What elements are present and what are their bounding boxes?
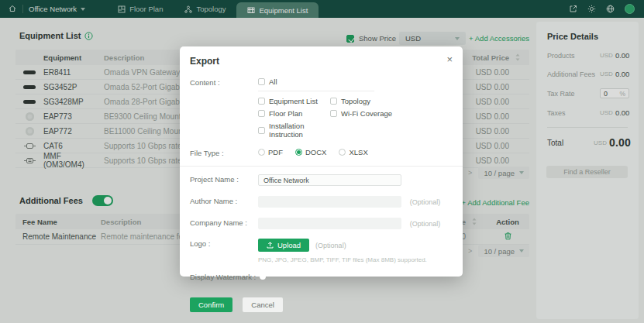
company-name-label: Company Name : <box>190 218 258 227</box>
company-name-input[interactable] <box>258 218 401 229</box>
radio-label: PDF <box>268 148 283 156</box>
content-label: Content : <box>190 77 258 87</box>
logo-label: Logo : <box>190 239 258 248</box>
watermark-label: Display Watermark : <box>190 272 258 281</box>
checkbox-equipment-list[interactable]: Equipment List <box>258 97 330 105</box>
file-type-label: File Type : <box>190 148 258 157</box>
app-window: Office Network Floor Plan Topology Equip… <box>0 0 644 323</box>
equipment-list-checkbox[interactable] <box>258 98 265 105</box>
close-icon[interactable]: × <box>446 53 453 65</box>
pdf-radio[interactable] <box>258 149 265 156</box>
option-label: Installation Instruction <box>269 122 330 139</box>
floor-plan-checkbox[interactable] <box>258 110 265 117</box>
project-name-label: Project Name : <box>190 174 258 184</box>
modal-title: Export <box>190 56 452 67</box>
option-label: Topology <box>341 97 370 105</box>
confirm-button[interactable]: Confirm <box>190 297 232 312</box>
radio-xlsx[interactable]: XLSX <box>339 148 367 156</box>
logo-optional-hint: (Optional) <box>315 242 346 249</box>
author-name-label: Author Name : <box>190 196 258 205</box>
checkbox-all[interactable]: All <box>258 77 452 86</box>
divider <box>258 91 374 91</box>
export-modal: Export × Content : All Equipment List <box>180 46 463 277</box>
upload-button[interactable]: Upload <box>258 239 309 252</box>
divider <box>180 166 463 167</box>
project-name-input[interactable] <box>258 174 401 186</box>
xlsx-radio[interactable] <box>339 149 346 156</box>
all-label: All <box>269 77 277 86</box>
checkbox-floor-plan[interactable]: Floor Plan <box>258 109 330 118</box>
logo-format-hint: PNG, JPG, JPEG, BMP, TIFF, TIF files (Ma… <box>258 256 452 263</box>
cancel-button[interactable]: Cancel <box>243 297 283 312</box>
option-label: Floor Plan <box>269 109 302 118</box>
checkbox-installation-instruction[interactable]: Installation Instruction <box>258 122 330 139</box>
company-optional-hint: (Optional) <box>410 220 441 228</box>
option-label: Wi-Fi Coverage <box>341 109 392 118</box>
option-label: Equipment List <box>269 97 318 105</box>
radio-pdf[interactable]: PDF <box>258 148 283 156</box>
checkbox-topology[interactable]: Topology <box>330 97 452 105</box>
author-name-input[interactable] <box>258 196 401 208</box>
radio-docx[interactable]: DOCX <box>295 148 326 156</box>
checkbox-wifi-coverage[interactable]: Wi-Fi Coverage <box>330 109 452 118</box>
upload-label: Upload <box>277 241 301 249</box>
docx-radio[interactable] <box>295 149 302 156</box>
radio-label: XLSX <box>349 148 367 156</box>
author-optional-hint: (Optional) <box>410 198 441 206</box>
upload-icon <box>267 242 274 249</box>
all-checkbox[interactable] <box>258 78 265 85</box>
wifi-coverage-checkbox[interactable] <box>330 110 337 117</box>
topology-checkbox[interactable] <box>330 98 337 105</box>
radio-label: DOCX <box>305 148 326 156</box>
installation-instruction-checkbox[interactable] <box>258 127 265 134</box>
